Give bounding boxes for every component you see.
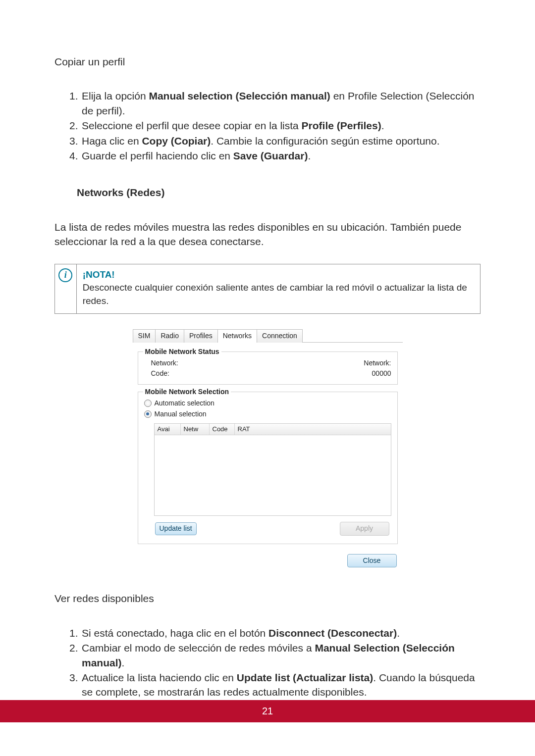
status-network-value: Network: <box>364 358 391 368</box>
col-avail[interactable]: Avai <box>155 424 181 435</box>
view-networks-steps: 1. Si está conectado, haga clic en el bo… <box>54 626 481 700</box>
tab-row: SIM Radio Profiles Networks Connection <box>133 329 403 343</box>
list-item: 1. Si está conectado, haga clic en el bo… <box>69 626 481 640</box>
list-item: 4. Guarde el perfil haciendo clic en Sav… <box>69 149 481 163</box>
tab-connection[interactable]: Connection <box>257 329 303 343</box>
tab-sim[interactable]: SIM <box>133 329 156 343</box>
close-button[interactable]: Close <box>347 554 397 568</box>
heading-view-networks: Ver redes disponibles <box>54 591 481 605</box>
step-before: Guarde el perfil haciendo clic en <box>82 150 233 161</box>
copy-profile-steps: 1. Elija la opción Manual selection (Sel… <box>54 89 481 163</box>
step-bold: Disconnect (Desconectar) <box>268 627 397 639</box>
step-before: Si está conectado, haga clic en el botón <box>82 627 268 639</box>
grid-header: Avai Netw Code RAT <box>155 424 391 435</box>
network-dialog-screenshot: SIM Radio Profiles Networks Connection M… <box>133 329 403 571</box>
list-item: 3. Actualice la lista haciendo clic en U… <box>69 670 481 700</box>
close-row: Close <box>137 546 399 569</box>
status-row-code: Code: 00000 <box>144 368 391 379</box>
step-bold: Save (Guardar) <box>233 150 308 161</box>
radio-icon <box>144 400 152 407</box>
col-code[interactable]: Code <box>210 424 235 435</box>
heading-networks: Networks (Redes) <box>77 185 481 200</box>
note-body: Desconecte cualquier conexión saliente a… <box>83 281 474 307</box>
step-before: Haga clic en <box>82 135 142 147</box>
page-footer: 21 <box>0 700 535 722</box>
status-row-network: Network: Network: <box>144 358 391 369</box>
step-bold: Manual selection (Selección manual) <box>149 90 330 101</box>
info-icon: i <box>58 268 72 282</box>
step-after: . Cambie la configuración según estime o… <box>211 135 439 147</box>
radio-icon <box>144 410 152 418</box>
networks-intro: La lista de redes móviles muestra las re… <box>54 220 481 249</box>
heading-copy-profile: Copiar un perfil <box>54 54 481 69</box>
status-network-label: Network: <box>144 358 178 368</box>
note-icon-cell: i <box>55 264 77 314</box>
col-network[interactable]: Netw <box>181 424 210 435</box>
status-legend: Mobile Network Status <box>143 347 221 357</box>
list-item: 3. Haga clic en Copy (Copiar). Cambie la… <box>69 134 481 148</box>
selection-legend: Mobile Network Selection <box>143 387 231 397</box>
tab-radio[interactable]: Radio <box>155 329 184 343</box>
note-content: ¡NOTA! Desconecte cualquier conexión sal… <box>77 264 480 314</box>
note-title: ¡NOTA! <box>83 268 474 282</box>
apply-button: Apply <box>340 522 389 536</box>
status-code-label: Code: <box>144 369 169 379</box>
step-before: Elija la opción <box>82 90 149 101</box>
col-rat[interactable]: RAT <box>235 424 391 435</box>
step-bold: Copy (Copiar) <box>142 135 211 147</box>
step-bold: Profile (Perfiles) <box>302 120 381 131</box>
list-item: 2. Seleccione el perfil que desee copiar… <box>69 118 481 133</box>
tab-networks[interactable]: Networks <box>217 329 257 343</box>
step-before: Cambiar el modo de selección de redes mó… <box>82 642 315 654</box>
list-item: 2. Cambiar el modo de selección de redes… <box>69 641 481 670</box>
step-after: . <box>308 150 311 161</box>
step-before: Actualice la lista haciendo clic en <box>82 672 237 683</box>
status-code-value: 00000 <box>372 369 391 379</box>
radio-manual-selection[interactable]: Manual selection <box>144 409 391 420</box>
step-after: . <box>122 657 125 668</box>
fieldset-selection: Mobile Network Selection Automatic selec… <box>138 392 398 544</box>
list-item: 1. Elija la opción Manual selection (Sel… <box>69 89 481 118</box>
fieldset-status: Mobile Network Status Network: Network: … <box>138 352 398 385</box>
radio-manual-label: Manual selection <box>155 409 207 419</box>
step-after: . <box>381 120 384 131</box>
step-bold: Update list (Actualizar lista) <box>237 672 373 683</box>
network-grid[interactable]: Avai Netw Code RAT <box>154 423 391 516</box>
page-number: 21 <box>262 706 273 717</box>
update-list-button[interactable]: Update list <box>155 522 197 535</box>
step-after: . <box>397 627 400 639</box>
tab-profiles[interactable]: Profiles <box>184 329 217 343</box>
tab-panel: Mobile Network Status Network: Network: … <box>133 343 403 572</box>
selection-button-row: Update list Apply <box>144 518 391 539</box>
radio-auto-selection[interactable]: Automatic selection <box>144 398 391 409</box>
step-before: Seleccione el perfil que desee copiar en… <box>82 120 302 131</box>
radio-auto-label: Automatic selection <box>155 399 214 408</box>
note-box: i ¡NOTA! Desconecte cualquier conexión s… <box>54 264 481 314</box>
document-body: Copiar un perfil 1. Elija la opción Manu… <box>0 0 535 700</box>
